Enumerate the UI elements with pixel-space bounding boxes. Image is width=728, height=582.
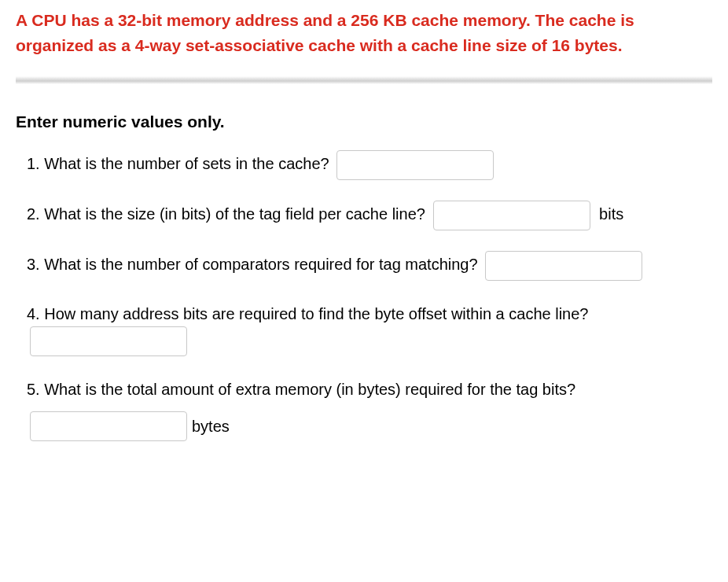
- question-5-answer-row: bytes: [27, 411, 712, 441]
- answer-input-1[interactable]: [336, 150, 494, 180]
- question-4-text: 4. How many address bits are required to…: [27, 305, 588, 322]
- question-1-text: 1. What is the number of sets in the cac…: [27, 155, 329, 172]
- question-5: 5. What is the total amount of extra mem…: [16, 377, 712, 441]
- answer-input-2[interactable]: [433, 201, 590, 230]
- question-1: 1. What is the number of sets in the cac…: [16, 150, 712, 180]
- question-3: 3. What is the number of comparators req…: [16, 251, 712, 281]
- question-2-unit: bits: [599, 205, 623, 223]
- answer-input-3[interactable]: [485, 251, 642, 281]
- question-5-text: 5. What is the total amount of extra mem…: [27, 381, 575, 398]
- section-divider: [16, 76, 712, 84]
- question-5-unit: bytes: [192, 414, 230, 439]
- question-2: 2. What is the size (in bits) of the tag…: [16, 201, 712, 230]
- problem-statement: A CPU has a 32-bit memory address and a …: [16, 8, 712, 57]
- page-container: A CPU has a 32-bit memory address and a …: [0, 0, 728, 582]
- question-3-text: 3. What is the number of comparators req…: [27, 256, 478, 273]
- question-4: 4. How many address bits are required to…: [16, 301, 712, 356]
- answer-input-5[interactable]: [30, 411, 187, 441]
- question-2-text: 2. What is the size (in bits) of the tag…: [27, 205, 425, 223]
- instruction-text: Enter numeric values only.: [16, 112, 712, 131]
- answer-input-4[interactable]: [30, 326, 187, 356]
